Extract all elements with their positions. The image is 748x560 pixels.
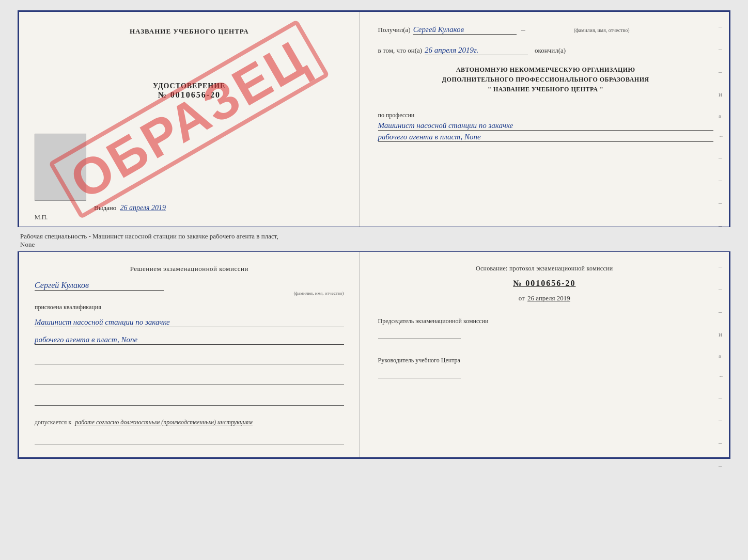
org-line1: АВТОНОМНУЮ НЕКОММЕРЧЕСКУЮ ОРГАНИЗАЦИЮ bbox=[378, 65, 713, 75]
head-label: Руководитель учебного Центра bbox=[378, 356, 711, 365]
document-container: НАЗВАНИЕ УЧЕБНОГО ЦЕНТРА ОБРАЗЕЦ УДОСТОВ… bbox=[18, 10, 730, 459]
protocol-date: от 26 апреля 2019 bbox=[378, 294, 711, 302]
issued-label: Выдано bbox=[94, 204, 116, 212]
received-label: Получил(а) bbox=[378, 26, 411, 34]
top-certificate: НАЗВАНИЕ УЧЕБНОГО ЦЕНТРА ОБРАЗЕЦ УДОСТОВ… bbox=[18, 10, 730, 227]
name-hint-top: (фамилия, имя, отчество) bbox=[574, 27, 630, 33]
chairman-label: Председатель экзаменационной комиссии bbox=[378, 316, 711, 326]
blank-line-3 bbox=[35, 395, 344, 406]
blank-line-1 bbox=[35, 354, 344, 364]
org-line3: " НАЗВАНИЕ УЧЕБНОГО ЦЕНТРА " bbox=[378, 85, 713, 94]
protocol-date-label: от bbox=[519, 294, 525, 302]
org-block: АВТОНОМНУЮ НЕКОММЕРЧЕСКУЮ ОРГАНИЗАЦИЮ ДО… bbox=[378, 65, 713, 95]
mp-text: М.П. bbox=[35, 214, 48, 221]
date-row: в том, что он(а) 26 апреля 2019г. окончи… bbox=[378, 46, 713, 55]
bottom-name: Сергей Кулаков bbox=[35, 281, 164, 291]
profession-line2: рабочего агента в пласт, None bbox=[378, 133, 713, 142]
profession-line1: Машинист насосной станции по закачке bbox=[378, 121, 713, 131]
bottom-left-panel: Решением экзаменационной комиссии Сергей… bbox=[19, 252, 360, 457]
cert-left-panel: НАЗВАНИЕ УЧЕБНОГО ЦЕНТРА ОБРАЗЕЦ УДОСТОВ… bbox=[19, 12, 360, 227]
assigned-label: присвоена квалификация bbox=[35, 303, 344, 311]
head-line bbox=[378, 368, 461, 378]
cert-label: УДОСТОВЕРЕНИЕ bbox=[153, 82, 225, 90]
right-dashes-bottom: – – – и а ← – – – – bbox=[719, 262, 724, 470]
qualification-line1: Машинист насосной станции по закачке bbox=[35, 318, 344, 327]
cert-number: № 0010656-20 bbox=[153, 90, 225, 100]
qualification-line2: рабочего агента в пласт, None bbox=[35, 335, 344, 345]
chairman-line bbox=[378, 329, 461, 339]
separator-label: Рабочая специальность - Машинист насосно… bbox=[20, 232, 278, 248]
bottom-name-block: Сергей Кулаков (фамилия, имя, отчество) bbox=[35, 281, 344, 296]
cert-right-panel: Получил(а) Сергей Кулаков – (фамилия, им… bbox=[360, 12, 729, 227]
profession-block: по профессии Машинист насосной станции п… bbox=[378, 107, 713, 142]
basis-text: Основание: протокол экзаменационной коми… bbox=[378, 265, 711, 273]
received-row: Получил(а) Сергей Кулаков – (фамилия, им… bbox=[378, 25, 713, 35]
допускается-label: допускается к bbox=[35, 419, 71, 426]
bottom-name-hint: (фамилия, имя, отчество) bbox=[35, 291, 344, 296]
separator-text: Рабочая специальность - Машинист насосно… bbox=[18, 227, 730, 251]
chairman-block: Председатель экзаменационной комиссии bbox=[378, 316, 711, 342]
date-value: 26 апреля 2019г. bbox=[425, 46, 528, 55]
допускается-block: допускается к работе согласно должностны… bbox=[35, 419, 344, 426]
bottom-certificate: Решением экзаменационной комиссии Сергей… bbox=[18, 251, 730, 459]
date-label: в том, что он(а) bbox=[378, 46, 423, 55]
protocol-date-value: 26 апреля 2019 bbox=[527, 294, 570, 302]
bottom-right-panel: Основание: протокол экзаменационной коми… bbox=[360, 252, 729, 457]
center-title: НАЗВАНИЕ УЧЕБНОГО ЦЕНТРА bbox=[130, 27, 249, 36]
issued-date-value: 26 апреля 2019 bbox=[120, 204, 166, 212]
issued-date: Выдано 26 апреля 2019 bbox=[94, 204, 166, 212]
org-line2: ДОПОЛНИТЕЛЬНОГО ПРОФЕССИОНАЛЬНОГО ОБРАЗО… bbox=[378, 75, 713, 85]
finished-label: окончил(а) bbox=[535, 46, 566, 55]
допускается-value: работе согласно должностным (производств… bbox=[75, 419, 253, 426]
cert-number-block: УДОСТОВЕРЕНИЕ № 0010656-20 bbox=[153, 82, 225, 100]
head-block: Руководитель учебного Центра bbox=[378, 356, 711, 381]
blank-line-2 bbox=[35, 375, 344, 385]
decision-text: Решением экзаменационной комиссии bbox=[35, 265, 344, 273]
received-name: Сергей Кулаков bbox=[413, 25, 517, 35]
watermark-образец: ОБРАЗЕЦ bbox=[49, 19, 330, 219]
protocol-number: № 0010656-20 bbox=[378, 279, 711, 288]
profession-label: по профессии bbox=[378, 111, 713, 119]
photo-placeholder bbox=[35, 134, 86, 201]
right-dashes-top: – – – и а ← – – – – bbox=[719, 12, 724, 230]
blank-line-4 bbox=[35, 434, 344, 444]
